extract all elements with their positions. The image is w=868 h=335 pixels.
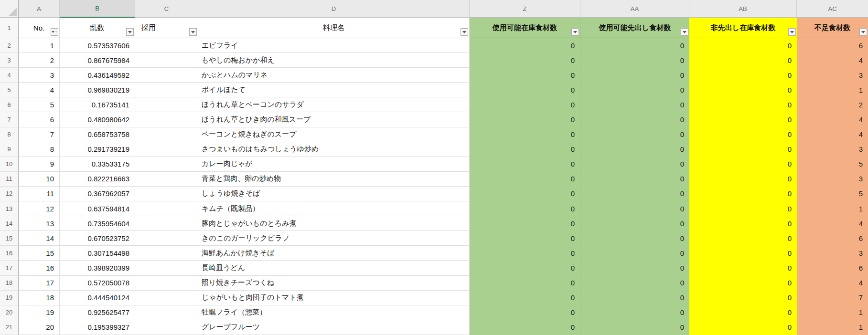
cell-dish[interactable]: 牡蠣フライ（惣菜）	[198, 305, 470, 320]
cell-dish[interactable]: ほうれん草とひき肉の和風スープ	[198, 112, 470, 127]
cell-dish[interactable]: 海鮮あんかけ焼きそば	[198, 246, 470, 261]
cell-available-stock[interactable]: 0	[470, 142, 580, 157]
column-letter-B[interactable]: B	[60, 0, 135, 18]
cell-dish[interactable]: 豚肉とじゃがいものとろみ煮	[198, 216, 470, 231]
cell-random[interactable]: 0.572050078	[60, 276, 135, 291]
cell-no[interactable]: 5	[19, 97, 60, 112]
cell-shortage[interactable]: 3	[797, 172, 868, 187]
select-all-corner[interactable]	[0, 0, 19, 18]
header-cell-available-stock[interactable]: 使用可能在庫食材数	[470, 18, 580, 38]
cell-dish[interactable]: キムチ（既製品）	[198, 201, 470, 216]
cell-shortage[interactable]: 4	[797, 276, 868, 291]
row-number[interactable]: 8	[0, 127, 19, 142]
column-letter-AB[interactable]: AB	[689, 0, 797, 18]
cell-available-stock[interactable]: 0	[470, 172, 580, 187]
cell-random[interactable]: 0.658753758	[60, 127, 135, 142]
cell-available-stock[interactable]: 0	[470, 112, 580, 127]
cell-dish[interactable]: じゃがいもと肉団子のトマト煮	[198, 291, 470, 305]
cell-adopt[interactable]	[135, 246, 198, 261]
cell-random[interactable]: 0.444540124	[60, 291, 135, 305]
cell-adopt[interactable]	[135, 97, 198, 112]
filter-button-non-firstout-stock[interactable]	[788, 28, 796, 36]
cell-dish[interactable]: かぶとハムのマリネ	[198, 68, 470, 83]
cell-dish[interactable]: 青菜と鶏肉、卵の炒め物	[198, 172, 470, 187]
row-number[interactable]: 16	[0, 246, 19, 261]
cell-shortage[interactable]: 1	[797, 83, 868, 97]
cell-random[interactable]: 0.33533175	[60, 157, 135, 172]
column-letter-AA[interactable]: AA	[580, 0, 689, 18]
column-letter-D[interactable]: D	[198, 0, 470, 18]
cell-random[interactable]: 0.969830219	[60, 83, 135, 97]
cell-random[interactable]: 0.398920399	[60, 261, 135, 275]
cell-available-firstout[interactable]: 0	[580, 97, 689, 112]
cell-non-firstout-stock[interactable]: 0	[689, 261, 797, 275]
cell-available-firstout[interactable]: 0	[580, 112, 689, 127]
cell-available-firstout[interactable]: 0	[580, 172, 689, 187]
cell-random[interactable]: 0.436149592	[60, 68, 135, 83]
filter-button-dish[interactable]	[461, 28, 468, 36]
filter-button-adopt[interactable]	[189, 28, 197, 36]
filter-button-available-firstout[interactable]	[681, 28, 688, 36]
cell-available-stock[interactable]: 0	[470, 157, 580, 172]
cell-available-stock[interactable]: 0	[470, 97, 580, 112]
cell-available-stock[interactable]: 0	[470, 127, 580, 142]
row-number[interactable]: 4	[0, 68, 19, 83]
cell-available-firstout[interactable]: 0	[580, 142, 689, 157]
cell-adopt[interactable]	[135, 38, 198, 53]
cell-dish[interactable]: ほうれん草とベーコンのサラダ	[198, 97, 470, 112]
header-cell-available-firstout[interactable]: 使用可能先出し食材数	[580, 18, 689, 38]
cell-non-firstout-stock[interactable]: 0	[689, 201, 797, 216]
cell-no[interactable]: 2	[19, 53, 60, 68]
cell-no[interactable]: 13	[19, 216, 60, 231]
cell-available-firstout[interactable]: 0	[580, 201, 689, 216]
row-number[interactable]: 15	[0, 231, 19, 246]
cell-adopt[interactable]	[135, 127, 198, 142]
header-cell-no[interactable]: No. ↑	[19, 18, 60, 38]
filter-button-shortage[interactable]	[859, 28, 867, 36]
cell-dish[interactable]: しょうゆ焼きそば	[198, 187, 470, 201]
cell-no[interactable]: 9	[19, 157, 60, 172]
cell-available-firstout[interactable]: 0	[580, 305, 689, 320]
row-number[interactable]: 14	[0, 216, 19, 231]
cell-shortage[interactable]: 6	[797, 38, 868, 53]
header-cell-shortage[interactable]: 不足食材数	[797, 18, 868, 38]
cell-no[interactable]: 7	[19, 127, 60, 142]
cell-non-firstout-stock[interactable]: 0	[689, 231, 797, 246]
row-number[interactable]: 12	[0, 187, 19, 201]
cell-available-stock[interactable]: 0	[470, 68, 580, 83]
cell-no[interactable]: 6	[19, 112, 60, 127]
header-cell-non-firstout-stock[interactable]: 非先出し在庫食材数	[689, 18, 797, 38]
row-number[interactable]: 20	[0, 305, 19, 320]
cell-no[interactable]: 12	[19, 201, 60, 216]
row-number[interactable]: 13	[0, 201, 19, 216]
cell-random[interactable]: 0.867675984	[60, 53, 135, 68]
header-cell-random[interactable]: 乱数	[60, 18, 135, 38]
cell-shortage[interactable]: 5	[797, 157, 868, 172]
cell-dish[interactable]: ベーコンと焼きねぎのスープ	[198, 127, 470, 142]
cell-shortage[interactable]: 4	[797, 216, 868, 231]
row-number-1[interactable]: 1	[0, 18, 19, 38]
cell-available-firstout[interactable]: 0	[580, 246, 689, 261]
cell-random[interactable]: 0.670523752	[60, 231, 135, 246]
cell-available-firstout[interactable]: 0	[580, 83, 689, 97]
cell-no[interactable]: 18	[19, 291, 60, 305]
row-number[interactable]: 9	[0, 142, 19, 157]
cell-shortage[interactable]: 4	[797, 53, 868, 68]
cell-available-firstout[interactable]: 0	[580, 127, 689, 142]
cell-non-firstout-stock[interactable]: 0	[689, 83, 797, 97]
cell-no[interactable]: 19	[19, 305, 60, 320]
row-number[interactable]: 5	[0, 83, 19, 97]
cell-shortage[interactable]: 4	[797, 112, 868, 127]
column-letter-Z[interactable]: Z	[470, 0, 580, 18]
row-number[interactable]: 18	[0, 276, 19, 291]
cell-available-firstout[interactable]: 0	[580, 53, 689, 68]
cell-available-firstout[interactable]: 0	[580, 68, 689, 83]
cell-random[interactable]: 0.573537606	[60, 38, 135, 53]
row-number[interactable]: 3	[0, 53, 19, 68]
row-number[interactable]: 21	[0, 320, 19, 335]
cell-dish[interactable]: カレー肉じゃが	[198, 157, 470, 172]
cell-random[interactable]: 0.16735141	[60, 97, 135, 112]
cell-adopt[interactable]	[135, 187, 198, 201]
cell-no[interactable]: 10	[19, 172, 60, 187]
cell-available-firstout[interactable]: 0	[580, 291, 689, 305]
